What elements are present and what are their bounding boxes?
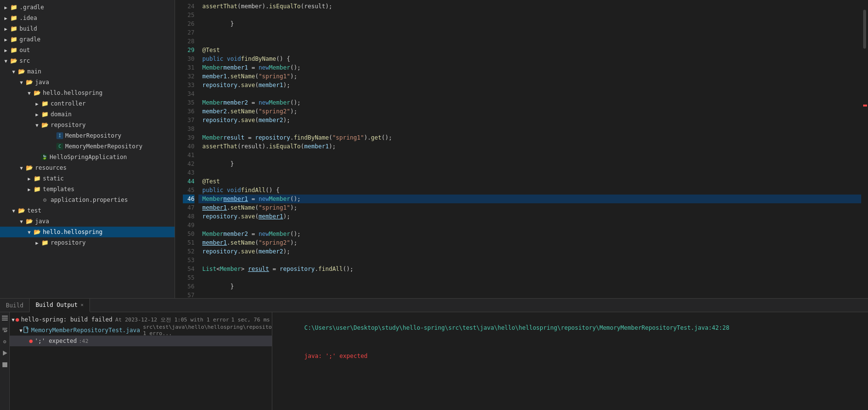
folder-open-icon: 📂	[33, 228, 41, 236]
folder-open-icon: 📂	[33, 89, 41, 97]
code-line-48: repository.save(member1);	[198, 212, 861, 221]
tab-build-output[interactable]: Build Output ✕	[30, 299, 90, 312]
sidebar-item-label: repository	[51, 239, 86, 246]
memory-test-item[interactable]: ▼ MemoryMemberRepositoryTest.java src\te…	[10, 325, 272, 336]
sidebar-item-static[interactable]: ▶ 📁 static	[0, 173, 175, 184]
folder-icon: 📁	[33, 185, 41, 193]
left-icons-panel: ⚙	[0, 312, 10, 410]
sidebar-item-gradle[interactable]: ▶ 📁 .gradle	[0, 2, 175, 13]
editor-content: 24 25 26 27 28 29 30 31 32 33 34 35 36 3…	[175, 0, 868, 298]
code-line-56: }	[198, 282, 861, 291]
sidebar-item-out[interactable]: ▶ 📁 out	[0, 45, 175, 55]
arrow-down-icon: ▼	[25, 230, 33, 235]
semicolon-error-item[interactable]: ● ';' expected :42	[10, 336, 272, 346]
folder-icon: 📁	[10, 25, 18, 33]
sidebar-item-main[interactable]: ▼ 📂 main	[0, 66, 175, 77]
sidebar-item-hellospring[interactable]: ▼ 📂 hello.hellospring	[0, 88, 175, 98]
sidebar-item-label: hello.hellospring	[43, 229, 103, 235]
folder-icon: 📁	[41, 239, 49, 247]
code-line-34	[198, 89, 861, 98]
code-line-55	[198, 273, 861, 282]
arrow-right-icon: ▶	[2, 26, 10, 32]
code-line-52: repository.save(member2);	[198, 247, 861, 256]
scrollbar-thumb[interactable]	[863, 10, 866, 49]
folder-icon: 📁	[41, 100, 49, 107]
editor-scrollbar[interactable]	[861, 0, 868, 298]
wrap-icon[interactable]	[1, 326, 9, 334]
list-view-icon[interactable]	[1, 314, 9, 322]
arrow-right-icon: ▶	[33, 240, 41, 246]
code-line-41	[198, 151, 861, 160]
sidebar-item-repository[interactable]: ▼ 📂 repository	[0, 120, 175, 130]
code-line-33: repository.save(member1);	[198, 81, 861, 89]
code-line-27	[198, 28, 861, 37]
properties-icon: ⚙	[41, 196, 49, 204]
sidebar-item-domain[interactable]: ▶ 📁 domain	[0, 109, 175, 120]
code-line-51: member1.setName("spring2");	[198, 238, 861, 247]
folder-open-icon: 📂	[25, 164, 33, 172]
settings-icon[interactable]: ⚙	[1, 338, 9, 345]
sidebar-item-test-java[interactable]: ▼ 📂 java	[0, 216, 175, 227]
sidebar-item-label: .gradle	[19, 4, 44, 11]
code-line-42: }	[198, 160, 861, 168]
build-failed-item[interactable]: ▼ ● hello-spring: build failed At 2023-1…	[10, 314, 272, 325]
sidebar-item-memory-member-repository[interactable]: C MemoryMemberRepository	[0, 141, 175, 152]
sidebar-item-test-repository[interactable]: ▶ 📁 repository	[0, 237, 175, 248]
sidebar-item-test-hellospring[interactable]: ▼ 📂 hello.hellospring	[0, 227, 175, 237]
code-line-53	[198, 256, 861, 265]
code-line-50: Member member2 = new Member();	[198, 230, 861, 238]
sidebar-item-gradle2[interactable]: ▶ 📁 gradle	[0, 34, 175, 45]
arrow-right-icon: ▶	[2, 5, 10, 10]
sidebar-item-label: test	[27, 207, 41, 214]
sidebar-item-templates[interactable]: ▶ 📁 templates	[0, 184, 175, 195]
folder-icon: 📁	[10, 36, 18, 43]
sidebar-item-application-properties[interactable]: ⚙ application.properties	[0, 195, 175, 205]
sidebar-item-idea[interactable]: ▶ 📁 .idea	[0, 13, 175, 23]
arrow-down-icon: ▼	[18, 165, 25, 171]
sidebar-item-src[interactable]: ▼ 📂 src	[0, 55, 175, 66]
sidebar-item-resources[interactable]: ▼ 📂 resources	[0, 162, 175, 173]
arrow-down-icon: ▼	[33, 123, 41, 128]
sidebar-item-label: MemberRepository	[65, 132, 122, 139]
bottom-panel: Build Build Output ✕ ⚙	[0, 298, 868, 410]
arrow-right-icon: ▶	[2, 37, 10, 42]
code-line-47: member1.setName("spring1");	[198, 203, 861, 212]
svg-rect-2	[2, 320, 8, 321]
sidebar-item-controller[interactable]: ▶ 📁 controller	[0, 98, 175, 109]
arrow-down-icon: ▼	[10, 69, 18, 74]
error-icon: ●	[16, 316, 19, 323]
code-lines[interactable]: assertThat(member).isEqualTo(result); } …	[198, 0, 861, 298]
code-line-45: public void findAll() {	[198, 186, 861, 195]
bottom-content: ⚙ ▼ ● hello-spring: build failed At 2023…	[0, 312, 868, 410]
sidebar-item-build[interactable]: ▶ 📁 build	[0, 23, 175, 34]
code-line-49	[198, 221, 861, 230]
code-line-31: Member member1 = new Member();	[198, 63, 861, 72]
expand-arrow-icon: ▼	[12, 317, 15, 322]
code-line-37: repository.save(member2);	[198, 116, 861, 125]
tab-build[interactable]: Build	[0, 299, 30, 312]
sidebar-item-label: java	[35, 79, 49, 86]
sidebar-item-member-repository[interactable]: I MemberRepository	[0, 130, 175, 141]
folder-open-icon: 📂	[10, 57, 18, 65]
line-numbers: 24 25 26 27 28 29 30 31 32 33 34 35 36 3…	[175, 0, 198, 298]
sidebar-item-hello-spring-application[interactable]: 🍃 HelloSpringApplication	[0, 152, 175, 162]
build-time: 1 sec, 76 ms	[231, 317, 270, 323]
folder-icon: 📁	[33, 175, 41, 182]
build-items-panel: ▼ ● hello-spring: build failed At 2023-1…	[10, 312, 272, 410]
folder-open-icon: 📂	[18, 207, 25, 214]
semicolon-error-label: ';' expected	[35, 338, 77, 344]
sidebar-item-java[interactable]: ▼ 📂 java	[0, 77, 175, 88]
code-line-46: Member member1 = new Member();	[198, 195, 861, 203]
sidebar-item-test[interactable]: ▼ 📂 test	[0, 205, 175, 216]
code-line-30: public void findByName() {	[198, 54, 861, 63]
arrow-down-icon: ▼	[18, 219, 25, 224]
sidebar-item-label: templates	[43, 186, 74, 193]
output-path-line: C:\Users\user\Desktop\study\hello-spring…	[276, 314, 864, 342]
sidebar-item-label: controller	[51, 100, 86, 107]
close-icon[interactable]: ✕	[81, 302, 84, 307]
run-icon[interactable]	[1, 349, 9, 357]
sidebar-item-label: resources	[35, 164, 67, 171]
test-file-detail: src\test\java\hello\hellospring\reposito…	[143, 324, 272, 337]
code-line-35: Member member2 = new Member();	[198, 98, 861, 107]
stop-icon[interactable]	[1, 361, 9, 369]
